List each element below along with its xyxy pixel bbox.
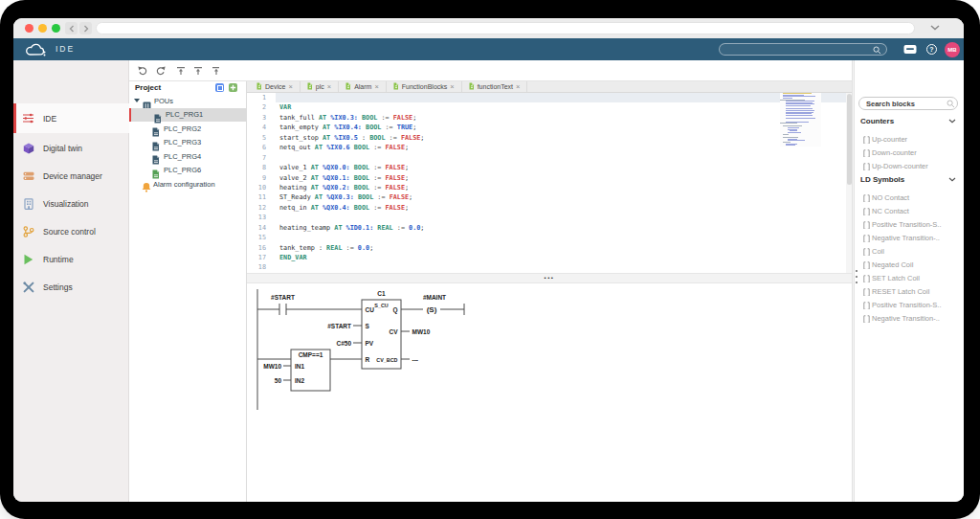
block-item-negative-transition-[interactable]: Negative Transition-.. xyxy=(863,234,961,242)
browser-forward-button[interactable] xyxy=(79,22,92,34)
pin-cv: CV xyxy=(389,328,398,335)
project-panel-header: Project xyxy=(129,81,246,94)
section-header-counters[interactable]: Counters xyxy=(860,117,958,125)
browser-back-button[interactable] xyxy=(65,22,78,34)
tab-label: plc xyxy=(316,83,324,90)
block-item-negated-coil[interactable]: Negated Coil xyxy=(863,260,961,269)
code-editor[interactable]: 123456789101112131415161718 VARtank_full… xyxy=(247,93,852,273)
undo-icon[interactable] xyxy=(137,65,148,77)
line-number: 5 xyxy=(247,133,266,143)
close-tab-icon[interactable]: × xyxy=(516,82,520,91)
minimap[interactable] xyxy=(780,93,821,147)
tab-alarm[interactable]: Alarm× xyxy=(339,81,387,92)
block-item-no-contact[interactable]: NO Contact xyxy=(863,193,961,202)
tree-item-plc-prg6[interactable]: PLC_PRG6 xyxy=(129,164,247,178)
tab-plc[interactable]: plc× xyxy=(301,81,339,92)
tab-functiontext[interactable]: functionText× xyxy=(462,81,528,92)
block-item-negative-transition-[interactable]: Negative Transition-.. xyxy=(863,314,961,323)
set-coil: (S) xyxy=(427,305,437,314)
redo-icon[interactable] xyxy=(154,65,166,77)
block-item-up-down-counter[interactable]: Up-Down-counter xyxy=(863,162,961,170)
file-icon xyxy=(469,82,475,91)
close-tab-icon[interactable]: × xyxy=(450,82,454,91)
tab-device[interactable]: Device× xyxy=(250,81,301,92)
block-item-down-counter[interactable]: Down-counter xyxy=(863,148,961,157)
address-bar[interactable] xyxy=(96,22,915,35)
block-item-label: Up-counter xyxy=(872,135,907,144)
archive-icon[interactable] xyxy=(903,44,917,55)
tab-functionblocks[interactable]: FunctionBlocks× xyxy=(387,81,462,92)
block-item-positive-transition-s-[interactable]: Positive Transition-S.. xyxy=(863,220,961,229)
tree-item-plc-prg1[interactable]: PLC_PRG1 xyxy=(129,108,247,123)
block-item-label: Coil xyxy=(872,247,884,256)
code-lines: VARtank_full AT %IX0.3: BOOL := FALSE;ta… xyxy=(276,93,846,273)
sidebar-item-runtime[interactable]: Runtime xyxy=(13,247,129,272)
left-nav: IDEDigital twinDevice managerVisualizati… xyxy=(13,60,129,502)
close-tab-icon[interactable]: × xyxy=(374,82,378,91)
panel-drag-handle[interactable] xyxy=(855,266,858,283)
sidebar-item-device-manager[interactable]: Device manager xyxy=(13,164,129,189)
code-line xyxy=(276,213,846,222)
editor-splitter[interactable]: ••• xyxy=(247,273,852,283)
file-icon xyxy=(307,82,313,91)
tree-item-plc-prg3[interactable]: PLC_PRG3 xyxy=(129,136,247,150)
editor-toolbar xyxy=(129,60,964,81)
sidebar-item-source-control[interactable]: Source control xyxy=(13,219,129,244)
import-pou-icon[interactable] xyxy=(215,83,224,92)
block-item-label: SET Latch Coil xyxy=(872,274,920,282)
project-panel: Project POUsPLC_PRG1PLC_PRG2PLC_PRG3PLC_… xyxy=(129,81,247,502)
block-item-label: Negative Transition-.. xyxy=(872,234,940,242)
blocks-search-input[interactable] xyxy=(858,97,958,110)
counter-type: S_CU xyxy=(374,303,388,308)
block-item-set-latch-coil[interactable]: SET Latch Coil xyxy=(863,274,961,282)
block-item-label: Negative Transition-.. xyxy=(872,314,940,323)
line-number: 18 xyxy=(247,262,266,272)
sidebar-item-visualization[interactable]: Visualization xyxy=(13,192,129,216)
line-number: 6 xyxy=(247,143,266,152)
sidebar-item-settings[interactable]: Settings xyxy=(13,275,129,300)
sidebar-item-digital-twin[interactable]: Digital twin xyxy=(13,136,129,161)
sidebar-item-ide[interactable]: IDE xyxy=(13,103,132,133)
global-search-input[interactable] xyxy=(719,43,887,56)
block-item-up-counter[interactable]: Up-counter xyxy=(863,135,961,144)
block-item-coil[interactable]: Coil xyxy=(863,247,961,256)
s-input-value: #START xyxy=(327,323,351,329)
project-panel-title: Project xyxy=(135,83,161,92)
sidebar-item-label: Settings xyxy=(43,282,73,292)
zoom-window-button[interactable] xyxy=(52,24,60,33)
line-number: 7 xyxy=(247,153,266,163)
chevron-down-icon[interactable] xyxy=(930,25,940,31)
block-item-positive-transition-s-[interactable]: Positive Transition-S.. xyxy=(863,301,961,309)
tree-item-label: PLC_PRG6 xyxy=(164,166,201,174)
close-tab-icon[interactable]: × xyxy=(288,82,292,91)
tree-item-alarm-configuration[interactable]: Alarm configuration xyxy=(129,177,247,192)
block-item-nc-contact[interactable]: NC Contact xyxy=(863,207,961,215)
block-item-label: Positive Transition-S.. xyxy=(872,301,942,309)
add-pou-icon[interactable] xyxy=(229,83,237,92)
close-window-button[interactable] xyxy=(25,24,33,33)
chevron-right-icon xyxy=(83,25,89,33)
align-top-icon-2[interactable] xyxy=(192,65,204,77)
code-line: netq_out AT %IX0.6 BOOL := FALSE; xyxy=(276,143,846,152)
scrollbar-thumb[interactable] xyxy=(847,94,852,185)
cv-bcd-output-value: --- xyxy=(412,356,419,363)
align-top-icon-1[interactable] xyxy=(175,65,187,77)
close-tab-icon[interactable]: × xyxy=(327,82,331,91)
contact-start-label: #START xyxy=(271,294,295,301)
tree-item-pous-root[interactable]: POUs xyxy=(129,94,247,108)
user-avatar[interactable]: MB xyxy=(945,42,960,57)
tree-item-plc-prg4[interactable]: PLC_PRG4 xyxy=(129,149,247,164)
block-item-reset-latch-coil[interactable]: RESET Latch Coil xyxy=(863,287,961,296)
ladder-diagram[interactable]: #START C1 S_CU CU S PV R Q CV CV_BCD #ST… xyxy=(247,283,852,502)
code-line xyxy=(276,153,846,163)
help-icon[interactable]: ? xyxy=(926,44,937,55)
tree-expand-icon[interactable] xyxy=(134,99,140,102)
minimize-window-button[interactable] xyxy=(38,24,47,33)
counter-title: C1 xyxy=(377,290,386,297)
align-top-icon-3[interactable] xyxy=(210,65,221,77)
line-number: 8 xyxy=(247,163,266,172)
code-line: tank_empty AT %IX0.4: BOOL := TRUE; xyxy=(276,123,846,132)
section-header-ld-symbols[interactable]: LD Symbols xyxy=(860,175,958,184)
tab-label: FunctionBlocks xyxy=(402,83,447,90)
tree-item-plc-prg2[interactable]: PLC_PRG2 xyxy=(129,122,247,136)
